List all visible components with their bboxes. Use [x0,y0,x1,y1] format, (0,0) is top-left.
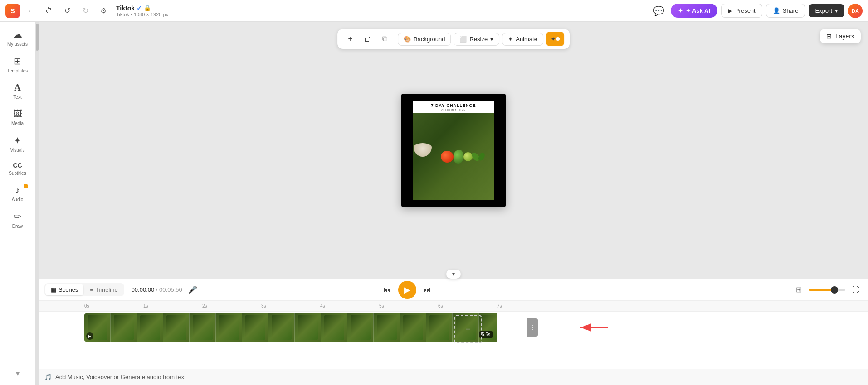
video-frame-5 [190,313,216,342]
resize-label: Resize [469,36,488,43]
video-frame-12 [374,313,400,342]
redo-button[interactable]: ↻ [78,4,93,18]
sidebar-item-my-assets[interactable]: ☁ My assets [2,25,34,50]
frame-inner-10 [324,315,344,340]
total-time-value: 00:05:50 [159,286,182,293]
canvas-scrollbar[interactable] [35,22,39,385]
sidebar-item-templates[interactable]: ⊞ Templates [2,52,34,77]
magic-button[interactable]: ✦ [546,32,564,46]
ruler-label-3s: 3s [261,303,266,308]
frame-inner-14 [429,315,449,340]
duplicate-element-button[interactable]: ⧉ [377,32,392,46]
video-frame-7 [242,313,268,342]
sidebar-item-visuals[interactable]: ✦ Visuals [2,131,34,156]
trash-icon: 🗑 [364,35,371,43]
mic-icon: 🎤 [188,285,197,294]
microphone-button[interactable]: 🎤 [186,283,200,297]
collapse-panel-button[interactable]: ▾ [446,270,461,279]
sidebar-scroll-down[interactable]: ▾ [12,366,23,381]
ruler-label-2s: 2s [202,303,207,308]
resize-button[interactable]: ⬜ Resize ▾ [454,33,499,46]
ask-ai-button[interactable]: ✦ ✦ Ask AI [671,4,717,18]
sidebar-item-draw[interactable]: ✏ Draw [2,207,34,232]
sidebar-item-audio[interactable]: ♪ Audio [2,181,34,206]
share-button[interactable]: 👤 Share [766,4,805,18]
avatar[interactable]: DA [848,4,863,18]
sidebar-label-my-assets: My assets [7,42,28,47]
sidebar-item-text[interactable]: A Text [2,79,34,103]
sidebar-item-media[interactable]: 🖼 Media [2,105,34,130]
history-icon: ⏱ [45,7,53,15]
ruler-marks: 0s 1s 2s 3s 4s 5s [84,303,556,308]
video-frame-14 [426,313,453,342]
zoom-slider-container [809,289,845,291]
layers-button[interactable]: ⊟ Layers [820,29,861,43]
avatar-label: DA [852,8,859,14]
slide-preview[interactable]: 7 DAY CHALLENGE CLEAN MEAL PLAN [401,94,506,207]
add-scene-area[interactable]: + [454,315,482,343]
sidebar-label-subtitles: Subtitles [9,171,26,176]
animate-label: Animate [516,36,537,43]
timeline-track-area: ▶ [39,312,868,369]
canvas-content[interactable]: 7 DAY CHALLENGE CLEAN MEAL PLAN [39,22,868,279]
delete-element-button[interactable]: 🗑 [360,32,375,46]
media-icon: 🖼 [13,109,22,119]
undo-button[interactable]: ↺ [60,4,74,18]
draw-icon: ✏ [14,211,21,222]
ruler-mark-5s: 5s [379,303,438,308]
fullscreen-icon: ⛶ [852,286,859,294]
sidebar-label-media: Media [11,121,24,126]
history-button[interactable]: ⏱ [42,4,56,18]
frame-inner-2 [114,315,134,340]
ask-ai-label: ✦ Ask AI [686,7,710,14]
video-frame-4 [163,313,190,342]
left-sidebar: ☁ My assets ⊞ Templates A Text 🖼 Media ✦… [0,22,35,385]
sidebar-item-subtitles[interactable]: CC Subtitles [2,158,34,179]
layers-label: Layers [835,33,854,40]
timeline-tab-group: ▦ Scenes ≡ Timeline [44,283,124,296]
share-label: Share [783,7,799,14]
zoom-slider[interactable] [809,289,845,291]
ruler-mark-1s: 1s [143,303,202,308]
app-logo[interactable]: S [5,4,20,18]
sidebar-label-visuals: Visuals [10,148,24,153]
canvas-toolbar: + 🗑 ⧉ 🎨 Background ⬜ Resize ▾ ✦ Animate [337,29,570,49]
timeline-right: ⊞ ⛶ [792,283,863,297]
cloud-icon: ☁ [13,29,22,40]
ruler-mark-6s: 6s [438,303,497,308]
grid-view-button[interactable]: ⊞ [792,283,805,297]
sidebar-label-audio: Audio [12,197,24,202]
audio-badge [24,184,28,188]
track-menu-icon: ⋮ [529,324,536,331]
slide-inner: 7 DAY CHALLENGE CLEAN MEAL PLAN [413,101,494,200]
export-button[interactable]: Export ▾ [809,4,844,17]
back-button[interactable]: ← [24,4,38,18]
video-frame-9 [295,313,321,342]
animate-button[interactable]: ✦ Animate [502,33,543,46]
add-music-bar[interactable]: 🎵 Add Music, Voiceover or Generate audio… [39,369,868,385]
timeline-controls: ▦ Scenes ≡ Timeline 00:00:00 / 00:05:50 … [39,279,868,301]
food-bowl [414,143,432,157]
scenes-tab[interactable]: ▦ Scenes [45,284,83,295]
background-button[interactable]: 🎨 Background [398,33,451,46]
video-track: ▶ [84,312,868,343]
fullscreen-button[interactable]: ⛶ [849,283,863,297]
chat-button[interactable]: 💬 [651,3,667,19]
present-button[interactable]: ▶ Present [721,4,762,18]
slide-subtitle: CLEAN MEAL PLAN [441,109,465,111]
toolbar-divider-1 [395,34,395,44]
play-button[interactable]: ▶ [398,281,416,299]
track-menu-button[interactable]: ⋮ [527,318,538,337]
timeline-tab[interactable]: ≡ Timeline [84,284,123,295]
add-element-button[interactable]: + [343,32,357,46]
sidebar-label-draw: Draw [12,224,23,229]
layers-icon: ⊟ [826,33,832,40]
background-icon: 🎨 [404,36,411,43]
frame-inner-3 [140,315,160,340]
timeline-ruler: 0s 1s 2s 3s 4s 5s [39,301,868,312]
skip-forward-button[interactable]: ⏭ [420,283,434,297]
time-display: 00:00:00 / 00:05:50 [132,286,182,293]
add-icon: + [348,35,352,43]
settings-button[interactable]: ⚙ [96,4,111,18]
skip-back-button[interactable]: ⏮ [380,283,395,297]
